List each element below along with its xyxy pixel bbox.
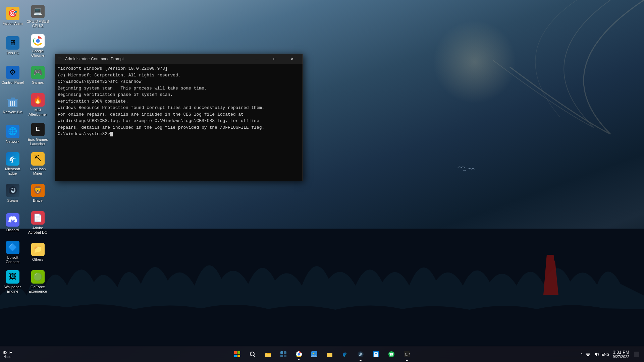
cpuid-label: CPUID ASUS CPU-Z — [26, 19, 49, 28]
chrome-icon — [31, 34, 45, 48]
figure-silhouette — [542, 255, 560, 295]
taskbar-cmd-button[interactable]: C:\ — [399, 347, 414, 362]
network-label: Network — [6, 139, 19, 144]
taskbar-explorer2-button[interactable] — [322, 347, 337, 362]
epic-games-icon: E — [31, 123, 45, 136]
control-panel-icon: ⚙ — [6, 66, 19, 79]
svg-rect-46 — [586, 353, 590, 354]
desktop-icon-games[interactable]: 🎮 Games — [25, 61, 50, 90]
others-icon: 📁 — [31, 243, 45, 256]
moon-glow — [433, 20, 517, 104]
tray-keyboard-icon[interactable]: ENG — [601, 347, 609, 362]
steam-label: Steam — [7, 198, 18, 203]
desktop-icon-chrome[interactable]: Google Chrome — [25, 31, 50, 61]
desktop-icon-others[interactable]: 📁 Others — [25, 238, 50, 267]
cmd-maximize-button[interactable]: □ — [267, 54, 282, 64]
cmd-title: Administrator: Command Prompt — [65, 57, 248, 61]
bg-swoosh — [409, 0, 644, 168]
desktop-icon-network[interactable]: 🌐 Network — [0, 120, 25, 149]
weather-widget[interactable]: 92°F Haze — [0, 350, 15, 359]
taskbar-steam-button[interactable] — [353, 347, 368, 362]
nicehash-label: NiceHash Miner — [26, 167, 49, 176]
tray-expand-button[interactable]: ^ — [580, 352, 583, 356]
svg-rect-47 — [634, 352, 639, 357]
weather-temp: 92°F — [3, 350, 12, 355]
desktop-icon-brave[interactable]: 🦁 Brave — [25, 179, 50, 208]
desktop-icon-geforce[interactable]: 🟢 GeForce Experience — [25, 267, 50, 297]
desktop-icon-wallpaper[interactable]: 🖼 Wallpaper Engine — [0, 267, 25, 297]
svg-point-22 — [250, 352, 254, 356]
desktop-icon-this-pc[interactable]: 🖥 This PC — [0, 31, 25, 61]
chrome-label: Google Chrome — [26, 49, 49, 58]
svg-point-13 — [13, 220, 15, 221]
desktop-icon-epic[interactable]: E Epic Games Launcher — [25, 120, 50, 149]
taskbar-file-explorer-button[interactable] — [261, 347, 275, 362]
desktop-icons-container: 🎯 Falcon Anim 💻 CPUID ASUS CPU-Z 🖥 This … — [0, 0, 54, 328]
tray-notification-icon[interactable] — [633, 347, 641, 362]
taskbar-store-button[interactable] — [369, 347, 383, 362]
desktop-icon-recycle-bin[interactable]: Recycle Bin — [0, 90, 25, 120]
ubisoft-label: Ubisoft Connect — [1, 255, 24, 264]
svg-rect-35 — [327, 354, 332, 357]
bird-silhouettes — [456, 161, 483, 174]
svg-line-23 — [254, 356, 255, 357]
tray-network-icon[interactable] — [584, 347, 592, 362]
taskbar-chrome-button[interactable] — [291, 347, 306, 362]
cmd-window[interactable]: Administrator: Command Prompt — □ ✕ Micr… — [55, 54, 303, 181]
forest-silhouette — [0, 229, 644, 346]
taskbar-start-button[interactable] — [230, 347, 245, 362]
taskbar-edge-button[interactable] — [338, 347, 353, 362]
desktop-icon-cpuid[interactable]: 💻 CPUID ASUS CPU-Z — [25, 2, 50, 31]
svg-rect-19 — [237, 351, 240, 354]
taskbar-spotify-button[interactable] — [384, 347, 399, 362]
ubisoft-icon: 🔷 — [6, 241, 19, 254]
wallpaper-engine-icon: 🖼 — [6, 270, 19, 284]
svg-point-10 — [9, 186, 17, 194]
desktop-icon-adobe[interactable]: 📄 Adobe Acrobat DC — [25, 208, 50, 238]
svg-rect-6 — [11, 98, 15, 99]
cmd-close-button[interactable]: ✕ — [284, 54, 300, 64]
brave-label: Brave — [33, 198, 43, 203]
taskbar-right: ^ ENG 3:31 PM 9/27/2022 — [577, 347, 644, 362]
svg-rect-21 — [237, 355, 240, 357]
recycle-bin-label: Recycle Bin — [3, 110, 22, 114]
taskbar-center: C:\ — [230, 347, 414, 362]
svg-rect-29 — [284, 355, 286, 357]
svg-point-1 — [547, 255, 554, 261]
msi-icon: 🔥 — [31, 93, 45, 107]
desktop-icon-steam[interactable]: Steam — [0, 179, 25, 208]
svg-point-31 — [298, 353, 300, 356]
svg-point-33 — [313, 353, 314, 354]
svg-rect-0 — [0, 229, 644, 346]
games-label: Games — [32, 80, 44, 85]
taskbar: 92°F Haze — [0, 346, 644, 362]
epic-games-label: Epic Games Launcher — [26, 137, 49, 146]
svg-rect-26 — [280, 351, 283, 354]
discord-label: Discord — [6, 228, 19, 232]
desktop-icon-falcon-aim[interactable]: 🎯 Falcon Anim — [0, 2, 25, 31]
chrome-taskbar-indicator — [298, 359, 300, 360]
taskbar-photos-button[interactable] — [307, 347, 322, 362]
svg-rect-20 — [234, 355, 237, 357]
tray-volume-icon[interactable] — [593, 347, 601, 362]
desktop-icon-ubisoft[interactable]: 🔷 Ubisoft Connect — [0, 238, 25, 267]
clock-widget[interactable]: 3:31 PM 9/27/2022 — [610, 350, 632, 359]
cmd-app-icon — [58, 56, 63, 62]
desktop-icon-edge[interactable]: Microsoft Edge — [0, 149, 25, 179]
control-panel-label: Control Panel — [1, 80, 24, 85]
cpuid-icon: 💻 — [31, 5, 45, 18]
svg-text:C:\: C:\ — [405, 353, 410, 356]
cmd-titlebar[interactable]: Administrator: Command Prompt — □ ✕ — [55, 54, 303, 64]
wallpaper-engine-label: Wallpaper Engine — [1, 285, 24, 294]
weather-desc: Haze — [3, 355, 11, 359]
nicehash-icon: ⛏ — [31, 152, 45, 166]
falcon-aim-icon: 🎯 — [6, 7, 19, 20]
cmd-minimize-button[interactable]: — — [250, 54, 265, 64]
games-icon: 🎮 — [31, 66, 45, 79]
desktop-icon-discord[interactable]: Discord — [0, 208, 25, 238]
taskbar-widgets-button[interactable] — [276, 347, 291, 362]
desktop-icon-nicehash[interactable]: ⛏ NiceHash Miner — [25, 149, 50, 179]
desktop-icon-control-panel[interactable]: ⚙ Control Panel — [0, 61, 25, 90]
taskbar-search-button[interactable] — [245, 347, 260, 362]
desktop-icon-msi[interactable]: 🔥 MSI Afterburner — [25, 90, 50, 120]
